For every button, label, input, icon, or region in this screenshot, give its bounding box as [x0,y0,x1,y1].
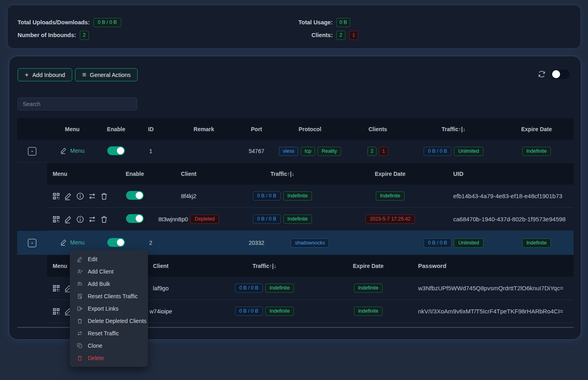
clone-icon [77,343,83,349]
header-remark: Remark [167,126,241,132]
inbound-menu-button[interactable]: Menu [60,147,85,154]
inbound-menu-button[interactable]: Menu [60,238,85,246]
client-enable-toggle[interactable] [126,214,144,223]
traffic-badge: 0 B / 0 B [424,147,452,156]
menu-item-label: Add Client [88,268,114,275]
menu-item-add-client[interactable]: Add Client [70,265,148,278]
menu-item-delete-depleted-clients[interactable]: Delete Depleted Clients [70,315,148,327]
inbound-protocol-tags: shadowsocks [272,238,348,248]
general-actions-button[interactable]: ≡ General Actions [75,68,138,81]
expire-badge: Indefinite [522,238,551,248]
menu-item-clone[interactable]: Clone [70,339,148,352]
client-password: w3NfbzUPf5WWd745Q8pvsmQrdrttT2lO6knuI7Di… [414,285,574,291]
stat-number-of-inbounds: Number of Inbounds: 2 [18,29,121,41]
header-port: Port [241,126,272,132]
client-row-1: 8f4kj2 0 B / 0 B Indefinite Indefinite e… [47,185,574,208]
add-inbound-label: Add Inbound [32,72,65,78]
traffic-limit-badge: Unlimited [454,238,483,248]
clients-subtable-1-header: Menu Enable Client Traffic↑|↓ Expire Dat… [47,163,574,185]
trash-icon[interactable] [100,192,109,201]
edit-pencil-icon [60,147,67,154]
traffic-limit-badge: Unlimited [454,147,483,156]
swap-arrows-icon[interactable] [88,192,97,201]
clients-depleted-badge: 1 [379,147,388,156]
qr-code-icon[interactable] [52,307,61,316]
client-actions [47,192,115,201]
menu-item-delete[interactable]: Delete [70,352,148,364]
client-expire-badge: Indefinite [354,284,383,293]
sub-header-expire-date: Expire Date [342,171,438,177]
menu-item-label: Delete Depleted Clients [88,318,146,324]
stat-clients: Clients: 2 1 [287,29,358,41]
collapse-button[interactable]: - [28,147,36,156]
stat-uploads-downloads: Total Uploads/Downloads: 0 B / 0 B [18,16,121,29]
protocol-tag: vless [279,147,298,156]
menu-item-label: Reset Traffic [88,330,119,337]
qr-code-icon[interactable] [52,284,61,293]
menu-item-reset-clients-traffic[interactable]: Reset Clients Traffic [70,290,148,302]
inbound-port: 20332 [241,240,272,246]
info-circle-icon[interactable] [76,192,85,201]
security-tag: Reality [318,147,341,156]
client-traffic-limit-badge: Indefinite [283,191,312,201]
toolbar: + Add Inbound ≡ General Actions [18,68,138,81]
stats-card: Total Uploads/Downloads: 0 B / 0 B Numbe… [7,5,581,49]
client-enable-toggle[interactable] [126,191,144,200]
menu-item-label: Add Bulk [88,281,110,287]
trash-icon[interactable] [100,215,109,224]
menu-item-label: Edit [88,256,97,262]
edit-pencil-icon[interactable] [64,215,73,224]
header-traffic[interactable]: Traffic↑|↓ [408,126,499,132]
depleted-badge: Depleted [190,215,219,224]
refresh-icon[interactable] [537,70,546,79]
menu-item-add-bulk[interactable]: Add Bulk [70,278,148,290]
general-actions-label: General Actions [90,72,130,78]
protocol-tag: shadowsocks [291,238,329,248]
qr-code-icon[interactable] [52,215,61,224]
trash-icon [77,355,83,361]
edit-pencil-icon [77,256,83,262]
client-traffic-limit-badge: Indefinite [265,307,294,316]
inbound-menu-label: Menu [70,239,85,246]
menu-item-export-links[interactable]: Export Links [70,302,148,315]
clients-depleted-count: 1 [349,31,358,40]
swap-arrows-icon [77,330,83,337]
inbounds-table-header: Menu Enable ID Remark Port Protocol Clie… [17,118,574,140]
client-traffic-badge: 0 B / 0 B [253,191,281,201]
theme-toggle[interactable] [551,69,570,79]
client-traffic-limit-badge: Indefinite [283,215,312,224]
clients-subtable-1: Menu Enable Client Traffic↑|↓ Expire Dat… [47,163,574,231]
menu-item-label: Delete [88,355,104,361]
trash-icon [77,318,83,324]
number-of-inbounds-label: Number of Inbounds: [18,32,76,38]
edit-pencil-icon[interactable] [64,192,73,201]
collapse-button[interactable]: - [28,239,36,247]
plus-icon: + [25,71,29,79]
add-inbound-button[interactable]: + Add Inbound [18,68,72,81]
sub-header-traffic[interactable]: Traffic↑|↓ [223,171,342,177]
users-plus-icon [77,281,83,287]
client-traffic-badge: 0 B / 0 B [235,284,263,293]
user-plus-icon [77,268,83,275]
qr-code-icon[interactable] [52,192,61,201]
transport-tag: tcp [301,147,316,156]
header-protocol: Protocol [272,126,348,132]
search-input[interactable] [18,97,137,110]
info-circle-icon[interactable] [76,215,85,224]
inbound-context-menu: Edit Add Client Add Bulk Reset Clients T… [70,250,148,367]
menu-item-reset-traffic[interactable]: Reset Traffic [70,327,148,339]
sub-header-password: Password [414,262,574,269]
enable-toggle[interactable] [107,146,125,155]
header-expire-date: Expire Date [499,126,574,132]
inbound-row-1: - Menu 1 54767 vless tcp Reality 2 1 [17,140,574,163]
client-name: 8t3wjnn8p0 [158,216,188,222]
sub-header-traffic[interactable]: Traffic↑|↓ [207,263,322,269]
menu-item-edit[interactable]: Edit [70,253,148,265]
file-reset-icon [77,293,83,299]
clients-label: Clients: [287,32,333,38]
enable-toggle[interactable] [107,238,125,247]
swap-arrows-icon[interactable] [88,215,97,224]
traffic-badge: 0 B / 0 B [424,238,452,248]
clients-active-badge: 2 [367,147,377,156]
client-password: nkV/I/3XoAm9v6xMT/T5IcrF4TpeTKF98rHARbRo… [414,308,574,315]
